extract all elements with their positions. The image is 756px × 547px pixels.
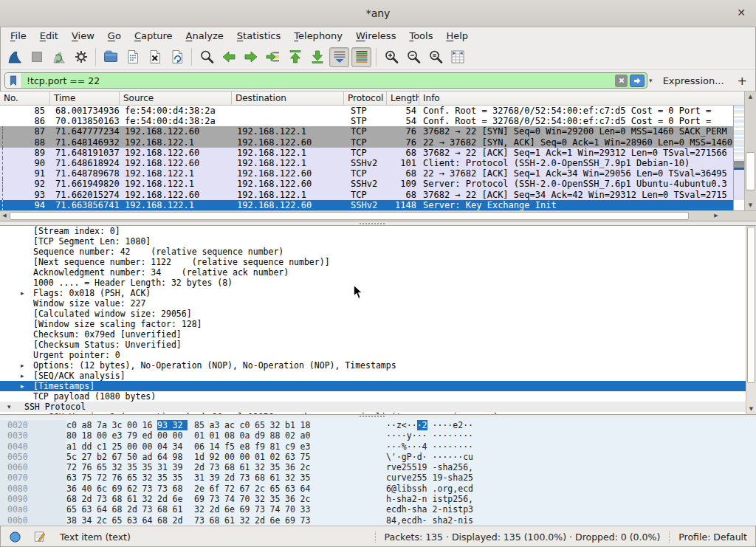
menu-edit[interactable]: Edit <box>33 29 65 43</box>
file-save-button[interactable] <box>123 47 142 67</box>
menu-wireless[interactable]: Wireless <box>349 29 402 43</box>
find-packet-button[interactable] <box>196 47 216 67</box>
filter-history-dropdown[interactable]: ▾ <box>647 77 656 84</box>
clear-filter-button[interactable] <box>615 75 628 87</box>
column-header-protocol[interactable]: Protocol <box>344 92 387 105</box>
filter-bookmark-button[interactable] <box>5 73 22 88</box>
apply-filter-button[interactable] <box>630 75 645 87</box>
titlebar[interactable]: *any ✕ <box>0 0 756 27</box>
detail-row[interactable]: Checksum: 0x79ed [unverified] <box>0 329 756 340</box>
hex-row[interactable]: 0040a1ddc125000004340614f5e8f981c9e3···%… <box>0 441 756 452</box>
packet-row-94[interactable]: 9471.663856741192.168.122.1192.168.122.6… <box>0 200 733 210</box>
hex-row[interactable]: 008036406c69627373682e6f72672c6563646@li… <box>0 484 756 494</box>
detail-row[interactable]: ▸[Timestamps] <box>0 381 756 391</box>
go-first-button[interactable] <box>285 47 305 67</box>
packet-row-93[interactable]: 9371.662015274192.168.122.60192.168.122.… <box>0 190 733 200</box>
scroll-down-icon[interactable]: ▼ <box>746 404 756 414</box>
resize-columns-button[interactable] <box>447 47 467 67</box>
detail-row[interactable]: Urgent pointer: 0 <box>0 350 756 360</box>
detail-row[interactable]: [Window size scaling factor: 128] <box>0 319 756 329</box>
go-forward-button[interactable] <box>241 47 261 67</box>
detail-row[interactable]: Sequence number: 42 (relative sequence n… <box>0 247 756 257</box>
packet-row-87[interactable]: 8771.647777234192.168.122.60192.168.122.… <box>0 126 733 137</box>
menu-analyze[interactable]: Analyze <box>179 29 230 43</box>
detail-row[interactable]: TCP payload (1080 bytes) <box>0 391 756 402</box>
packet-list-horizontal-scrollbar[interactable]: ◀ ▶ <box>0 210 722 221</box>
auto-scroll-button[interactable] <box>329 47 349 67</box>
column-header-info[interactable]: Info <box>419 92 744 105</box>
packet-row-92[interactable]: 9271.661949820192.168.122.1192.168.122.6… <box>0 179 733 189</box>
detail-row[interactable]: ▸[SEQ/ACK analysis] <box>0 371 756 381</box>
scrollbar-thumb[interactable] <box>747 227 755 383</box>
column-header-no[interactable]: No. <box>0 92 50 105</box>
packet-row-91[interactable]: 9171.648789678192.168.122.1192.168.122.6… <box>0 168 733 179</box>
scrollbar-thumb[interactable] <box>746 152 755 190</box>
detail-row[interactable]: ▸Flags: 0x018 (PSH, ACK) <box>0 288 756 298</box>
collapsed-icon[interactable]: ▸ <box>21 381 24 391</box>
file-close-button[interactable] <box>145 47 165 67</box>
capture-stop-button[interactable] <box>27 47 47 67</box>
zoom-out-button[interactable] <box>403 47 423 67</box>
zoom-in-button[interactable] <box>381 47 401 67</box>
scroll-right-icon[interactable]: ▶ <box>712 211 721 221</box>
scroll-left-icon[interactable]: ◀ <box>0 211 9 221</box>
packet-row-89[interactable]: 8971.648191037192.168.122.60192.168.122.… <box>0 148 733 158</box>
hex-row[interactable]: 0090682d736861322d6e697374703235362ch-sh… <box>0 494 756 504</box>
go-back-button[interactable] <box>219 47 238 67</box>
menu-help[interactable]: Help <box>439 29 475 43</box>
detail-row[interactable]: ▾SSH Protocol <box>0 402 756 412</box>
menu-statistics[interactable]: Statistics <box>230 29 287 43</box>
menu-capture[interactable]: Capture <box>128 29 179 43</box>
packet-bytes-pane[interactable]: 0020c0a87a3c0016933285a3acc06532b118··z<… <box>0 418 756 526</box>
detail-row[interactable]: [Stream index: 0] <box>0 226 756 236</box>
scroll-down-icon[interactable]: ▼ <box>745 200 756 210</box>
colorize-button[interactable] <box>351 47 371 67</box>
details-vertical-scrollbar[interactable]: ▼ <box>746 226 756 414</box>
column-header-source[interactable]: Source <box>120 92 232 105</box>
hex-row[interactable]: 0030801800e379ed00000101080ad98802a0····… <box>0 430 756 441</box>
detail-row[interactable]: [TCP Segment Len: 1080] <box>0 236 756 247</box>
column-header-length[interactable]: Length <box>387 92 419 105</box>
go-last-button[interactable] <box>307 47 327 67</box>
packet-list-vertical-scrollbar[interactable]: ▲ ▼ <box>744 92 756 210</box>
menu-telephony[interactable]: Telephony <box>287 29 349 43</box>
display-filter-input[interactable]: !tcp.port == 22 <box>4 72 647 89</box>
expert-info-button[interactable] <box>9 531 21 543</box>
menu-view[interactable]: View <box>65 29 101 43</box>
hex-row[interactable]: 006072766532353531392d7368613235362crve2… <box>0 462 756 472</box>
menu-go[interactable]: Go <box>101 29 128 43</box>
file-reload-button[interactable] <box>167 47 187 67</box>
packet-row-88[interactable]: 8871.648146932192.168.122.1192.168.122.6… <box>0 137 733 148</box>
detail-row[interactable]: Window size value: 227 <box>0 298 756 309</box>
detail-row[interactable]: ▸Options: (12 bytes), No-Operation (NOP)… <box>0 360 756 371</box>
scroll-up-icon[interactable]: ▲ <box>745 92 756 102</box>
packet-list-minimap[interactable] <box>733 106 744 210</box>
capture-options-button[interactable] <box>71 47 91 67</box>
add-filter-button[interactable]: + <box>738 74 747 88</box>
detail-row[interactable]: Acknowledgment number: 34 (relative ack … <box>0 267 756 278</box>
hex-row[interactable]: 0020c0a87a3c0016933285a3acc06532b118··z<… <box>0 420 756 430</box>
capture-comment-button[interactable] <box>33 530 47 543</box>
hex-row[interactable]: 0070637572766532353531392d7368613235curv… <box>0 472 756 483</box>
column-header-destination[interactable]: Destination <box>232 92 344 105</box>
go-to-packet-button[interactable] <box>263 47 283 67</box>
zoom-100-button[interactable] <box>425 47 445 67</box>
capture-start-button[interactable] <box>4 47 24 67</box>
hex-row[interactable]: 00a0656364682d736861322d6e6973747033ecdh… <box>0 504 756 515</box>
close-icon[interactable]: ✕ <box>737 7 746 18</box>
detail-row[interactable]: [Next sequence number: 1122 (relative se… <box>0 257 756 267</box>
menu-tools[interactable]: Tools <box>402 29 439 43</box>
file-open-button[interactable] <box>100 47 120 67</box>
menu-file[interactable]: File <box>4 29 33 43</box>
detail-row[interactable]: 1000 .... = Header Length: 32 bytes (8) <box>0 278 756 288</box>
capture-restart-button[interactable] <box>49 47 69 67</box>
detail-row[interactable]: [Calculated window size: 29056] <box>0 309 756 319</box>
collapsed-icon[interactable]: ▸ <box>21 371 24 381</box>
detail-row[interactable]: [Checksum Status: Unverified] <box>0 340 756 350</box>
column-header-time[interactable]: Time <box>50 92 120 105</box>
collapsed-icon[interactable]: ▸ <box>21 360 24 371</box>
expanded-icon[interactable]: ▾ <box>7 402 11 412</box>
packet-row-86[interactable]: 8670.013850163fe:54:00:d4:38:2aSTP54Conf… <box>0 116 733 126</box>
expression-button[interactable]: Expression... <box>663 75 724 86</box>
packet-row-85[interactable]: 8568.001734936fe:54:00:d4:38:2aSTP54Conf… <box>0 106 733 116</box>
